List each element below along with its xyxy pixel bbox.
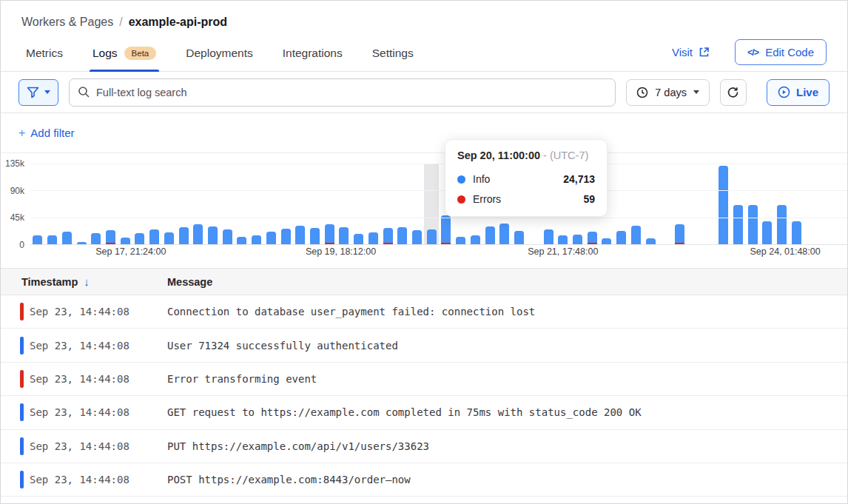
y-axis-label: 0	[1, 240, 24, 250]
log-row[interactable]: Sep 23, 14:44:08User 71324 successfully …	[1, 329, 847, 362]
chart-bar[interactable]	[673, 164, 687, 244]
log-row[interactable]: Sep 23, 14:44:08Connection to database u…	[1, 295, 847, 329]
log-message: PUT https://example.com/api/v1/users/336…	[167, 440, 429, 452]
tooltip-series-value: 24,713	[563, 173, 595, 185]
chart-bar[interactable]	[104, 164, 118, 244]
chart-bar[interactable]	[74, 164, 89, 244]
chart-bar[interactable]	[410, 164, 425, 244]
breadcrumb-separator: /	[119, 16, 122, 29]
chart-bar[interactable]	[658, 164, 673, 244]
chevron-down-icon	[44, 90, 50, 94]
chart-bar[interactable]	[614, 164, 629, 244]
tab-metrics[interactable]: Metrics	[26, 47, 63, 71]
chart-bar[interactable]	[308, 164, 323, 244]
log-volume-chart: 135k90k45k0 Sep 17, 21:24:00Sep 19, 18:1…	[1, 153, 847, 261]
chart-bar[interactable]	[278, 164, 293, 244]
chart-bar[interactable]	[628, 164, 643, 244]
column-header-timestamp[interactable]: Timestamp ↓	[1, 275, 167, 288]
log-row[interactable]: Sep 23, 14:44:08Error transforming event	[1, 363, 847, 396]
chart-bar[interactable]	[220, 164, 235, 244]
chart-bar[interactable]	[176, 164, 191, 244]
chart-bar[interactable]	[118, 164, 132, 244]
chart-bar[interactable]	[701, 164, 716, 244]
chart-bar[interactable]	[804, 164, 818, 244]
tooltip-title: Sep 20, 11:00:00 - (UTC-7)	[457, 149, 595, 161]
chart-bar[interactable]	[45, 164, 60, 244]
x-axis-label: Sep 17, 21:24:00	[95, 246, 166, 257]
refresh-button[interactable]	[720, 79, 747, 106]
add-filter-button[interactable]: + Add filter	[18, 127, 75, 140]
log-message: Error transforming event	[167, 373, 317, 385]
chart-bar[interactable]	[206, 164, 221, 244]
chart-bar[interactable]	[147, 164, 162, 244]
chart-bar[interactable]	[687, 164, 701, 244]
log-row[interactable]: Sep 23, 14:44:08PUT https://example.com/…	[1, 430, 847, 463]
chart-bar[interactable]	[643, 164, 658, 244]
chart-bar[interactable]	[264, 164, 279, 244]
chart-bar[interactable]	[337, 164, 351, 244]
funnel-icon	[27, 87, 39, 98]
severity-indicator-info	[20, 437, 24, 455]
tab-settings[interactable]: Settings	[372, 47, 414, 71]
log-search	[69, 78, 616, 107]
chevron-down-icon	[693, 90, 699, 94]
chart-bar[interactable]	[366, 164, 381, 244]
y-axis-label: 45k	[1, 212, 24, 223]
chart-bar[interactable]	[191, 164, 206, 244]
tab-integrations[interactable]: Integrations	[283, 47, 343, 71]
log-timestamp: Sep 23, 14:44:08	[1, 340, 167, 352]
chart-bar[interactable]	[235, 164, 249, 244]
filter-dropdown-button[interactable]	[18, 79, 58, 106]
chart-bar[interactable]	[760, 164, 775, 244]
chart-bar[interactable]	[424, 164, 439, 244]
chart-bar[interactable]	[833, 164, 848, 244]
log-timestamp: Sep 23, 14:44:08	[1, 306, 167, 317]
refresh-icon	[727, 86, 739, 98]
chart-bar[interactable]	[380, 164, 395, 244]
plus-icon: +	[18, 127, 25, 140]
legend-dot-icon	[457, 195, 465, 204]
chart-bar[interactable]	[59, 164, 74, 244]
chart-bar[interactable]	[89, 164, 104, 244]
tab-deployments[interactable]: Deployments	[186, 47, 252, 71]
tooltip-series-label: Errors	[473, 193, 501, 205]
gridline	[30, 190, 847, 191]
legend-dot-icon	[457, 175, 465, 184]
chart-bar[interactable]	[351, 164, 366, 244]
chart-bar[interactable]	[30, 164, 45, 244]
tooltip-row: Info24,713	[457, 173, 595, 185]
log-message: GET request to https://example.com compl…	[167, 406, 642, 418]
chart-bar[interactable]	[731, 164, 746, 244]
chart-bar[interactable]	[716, 164, 731, 244]
chart-bar[interactable]	[789, 164, 804, 244]
chart-bar[interactable]	[775, 164, 790, 244]
chart-bar[interactable]	[818, 164, 833, 244]
chart-bar[interactable]	[161, 164, 176, 244]
log-timestamp: Sep 23, 14:44:08	[1, 373, 167, 385]
external-link-icon	[699, 47, 710, 58]
clock-icon	[636, 87, 648, 98]
chart-bar[interactable]	[322, 164, 337, 244]
gridline	[30, 164, 847, 164]
tab-logs[interactable]: Logs Beta	[92, 47, 156, 71]
header-actions: Visit </> Edit Code	[672, 39, 827, 65]
edit-code-button[interactable]: </> Edit Code	[735, 39, 827, 65]
log-row[interactable]: Sep 23, 14:44:08POST https://example.com…	[1, 463, 847, 497]
search-input[interactable]	[69, 78, 616, 107]
breadcrumb-workers-pages-link[interactable]: Workers & Pages	[21, 16, 113, 29]
chart-bar[interactable]	[395, 164, 410, 244]
x-axis-label: Sep 21, 17:48:00	[528, 246, 598, 257]
log-row[interactable]: Sep 23, 14:44:08GET request to https://e…	[1, 396, 847, 429]
chart-bar[interactable]	[745, 164, 760, 244]
tooltip-row: Errors59	[457, 193, 595, 205]
time-range-dropdown[interactable]: 7 days	[626, 79, 710, 106]
chart-bar[interactable]	[249, 164, 264, 244]
page-header: Workers & Pages / example-api-prod Metri…	[1, 1, 847, 72]
severity-indicator-info	[20, 337, 24, 355]
breadcrumb: Workers & Pages / example-api-prod	[21, 16, 827, 29]
chart-bar[interactable]	[293, 164, 308, 244]
x-axis-label: Sep 24, 01:48:00	[750, 246, 820, 257]
live-button[interactable]: Live	[767, 79, 830, 106]
visit-link[interactable]: Visit	[672, 46, 710, 58]
chart-bar[interactable]	[132, 164, 147, 244]
